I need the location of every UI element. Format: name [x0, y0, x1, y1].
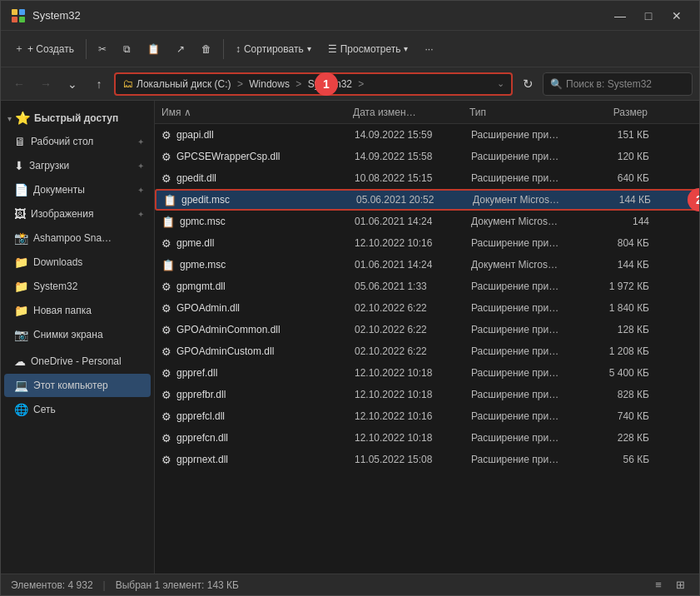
sidebar-item-onedrive[interactable]: ☁ OneDrive - Personal — [4, 350, 151, 373]
dll-icon: ⚙ — [161, 324, 171, 336]
sidebar-item-documents[interactable]: 📄 Документы ✦ — [4, 178, 151, 201]
header-date[interactable]: Дата измен… — [346, 101, 463, 123]
svg-rect-0 — [12, 9, 17, 15]
search-box[interactable]: 🔍 Поиск в: System32 — [543, 72, 693, 96]
window-icon — [11, 8, 26, 23]
toolbar-separator-1 — [86, 39, 87, 59]
table-row[interactable]: ⚙ gpedit.dll 10.08.2022 15:15 Расширение… — [155, 167, 699, 189]
network-icon: 🌐 — [14, 403, 28, 416]
table-row[interactable]: ⚙ gpprefbr.dll 12.10.2022 10:18 Расширен… — [155, 384, 699, 405]
svg-rect-1 — [19, 9, 25, 15]
list-view-button[interactable]: ≡ — [649, 576, 668, 594]
svg-rect-2 — [12, 17, 17, 22]
sidebar-item-system32[interactable]: 📁 System32 — [4, 275, 151, 298]
sidebar-item-ashampoo[interactable]: 📸 Ashampoo Sna… — [4, 226, 151, 250]
onedrive-icon: ☁ — [14, 355, 26, 368]
dll-icon: ⚙ — [161, 151, 171, 163]
refresh-button[interactable]: ↻ — [516, 72, 539, 96]
sort-icon: ↕ — [236, 43, 241, 55]
maximize-button[interactable]: □ — [636, 6, 661, 26]
delete-button[interactable]: 🗑 — [195, 36, 218, 62]
forward-button[interactable]: → — [34, 72, 57, 96]
dll-icon: ⚙ — [161, 367, 171, 380]
msc-icon: 📋 — [163, 194, 176, 206]
table-row[interactable]: ⚙ gpprnext.dll 11.05.2022 15:08 Расширен… — [155, 449, 699, 470]
table-row[interactable]: ⚙ gpprefcn.dll 12.10.2022 10:18 Расширен… — [155, 427, 699, 449]
table-row-selected[interactable]: 📋 gpedit.msc 05.06.2021 20:52 Документ M… — [155, 189, 699, 211]
sidebar-item-desktop[interactable]: 🖥 Рабочий стол ✦ — [4, 130, 151, 153]
table-row[interactable]: ⚙ gpme.dll 12.10.2022 10:16 Расширение п… — [155, 232, 699, 254]
recent-button[interactable]: ⌄ — [61, 72, 84, 96]
sidebar-item-network[interactable]: 🌐 Сеть — [4, 398, 151, 421]
file-name-cell: ⚙ GPOAdminCustom.dll — [156, 345, 348, 358]
toolbar: ＋ + Создать ✂ ⧉ 📋 ↗ 🗑 ↕ Сортировать ▾ ☰ … — [1, 31, 699, 67]
screenshots-icon: 📷 — [14, 328, 28, 341]
this-pc-icon: 💻 — [14, 379, 28, 392]
dll-icon: ⚙ — [161, 454, 171, 466]
table-row[interactable]: ⚙ gpmgmt.dll 05.06.2021 1:33 Расширение … — [155, 276, 699, 297]
window-title: System32 — [32, 9, 608, 22]
table-row[interactable]: ⚙ gppref.dll 12.10.2022 10:18 Расширение… — [155, 362, 699, 384]
sidebar-item-downloads-folder[interactable]: 📁 Downloads — [4, 251, 151, 274]
desktop-icon: 🖥 — [14, 135, 26, 148]
cut-button[interactable]: ✂ — [92, 36, 113, 62]
dll-icon: ⚙ — [161, 281, 171, 293]
sidebar-item-downloads[interactable]: ⬇ Загрузки ✦ — [4, 154, 151, 177]
table-row[interactable]: ⚙ gpprefcl.dll 12.10.2022 10:16 Расширен… — [155, 405, 699, 427]
more-button[interactable]: ··· — [418, 36, 439, 62]
ashampoo-icon: 📸 — [14, 231, 28, 245]
sidebar-item-this-pc[interactable]: 💻 Этот компьютер — [4, 374, 151, 397]
msc-icon: 📋 — [161, 216, 175, 228]
sidebar-item-new-folder[interactable]: 📁 Новая папка — [4, 299, 151, 322]
address-container: 🗂 Локальный диск (С:) > Windows > System… — [114, 72, 513, 96]
main-area: ▾ ⭐ Быстрый доступ 🖥 Рабочий стол ✦ ⬇ За… — [1, 101, 699, 574]
minimize-button[interactable]: — — [608, 6, 633, 26]
file-area: Имя ∧ Дата измен… Тип Размер ⚙ — [155, 101, 699, 574]
file-name-cell: ⚙ gpme.dll — [156, 237, 348, 250]
toolbar-separator-2 — [223, 39, 224, 59]
table-row[interactable]: ⚙ GPCSEWrapperCsp.dll 14.09.2022 15:58 Р… — [155, 146, 699, 167]
downloads-sidebar-icon: ⬇ — [14, 159, 24, 172]
file-name-cell: ⚙ gpmgmt.dll — [156, 281, 348, 293]
file-name-cell: ⚙ gpapi.dll — [156, 129, 348, 142]
header-name[interactable]: Имя ∧ — [155, 101, 346, 123]
paste-button[interactable]: 📋 — [141, 36, 166, 62]
view-label: Просмотреть — [340, 43, 401, 55]
selected-count: Выбран 1 элемент: 143 КБ — [116, 579, 239, 591]
grid-view-button[interactable]: ⊞ — [671, 576, 689, 594]
table-row[interactable]: 📋 gpmc.msc 01.06.2021 14:24 Документ Mic… — [155, 211, 699, 232]
status-bar: Элементов: 4 932 | Выбран 1 элемент: 143… — [1, 574, 699, 595]
table-row[interactable]: ⚙ gpapi.dll 14.09.2022 15:59 Расширение … — [155, 124, 699, 146]
create-button[interactable]: ＋ + Создать — [7, 36, 81, 62]
view-button[interactable]: ☰ Просмотреть ▾ — [321, 36, 415, 62]
quick-access-header[interactable]: ▾ ⭐ Быстрый доступ — [1, 106, 154, 129]
header-type[interactable]: Тип — [463, 101, 588, 123]
sort-asc-icon: ∧ — [184, 107, 191, 118]
search-placeholder: Поиск в: System32 — [566, 78, 652, 90]
dll-icon: ⚙ — [161, 302, 171, 315]
sidebar-item-screenshots[interactable]: 📷 Снимки экрана — [4, 323, 151, 346]
copy-button[interactable]: ⧉ — [117, 36, 137, 62]
address-sep-3: > — [355, 78, 364, 90]
sidebar-item-pictures[interactable]: 🖼 Изображения ✦ — [4, 202, 151, 226]
back-button[interactable]: ← — [7, 72, 31, 96]
share-button[interactable]: ↗ — [170, 36, 191, 62]
address-dropdown-icon: ⌄ — [497, 78, 504, 89]
table-row[interactable]: ⚙ GPOAdmin.dll 02.10.2022 6:22 Расширени… — [155, 297, 699, 319]
file-list-header: Имя ∧ Дата измен… Тип Размер — [155, 101, 699, 124]
status-separator: | — [103, 579, 106, 591]
address-bar[interactable]: 🗂 Локальный диск (С:) > Windows > System… — [114, 72, 513, 96]
sort-button[interactable]: ↕ Сортировать ▾ — [229, 36, 318, 62]
table-row[interactable]: ⚙ GPOAdminCommon.dll 02.10.2022 6:22 Рас… — [155, 319, 699, 340]
up-button[interactable]: ↑ — [87, 72, 111, 96]
table-row[interactable]: ⚙ GPOAdminCustom.dll 02.10.2022 6:22 Рас… — [155, 340, 699, 362]
dll-icon: ⚙ — [161, 237, 171, 250]
file-name-cell: ⚙ gpedit.dll — [156, 172, 348, 185]
sort-label: Сортировать — [244, 43, 304, 55]
file-name-cell: ⚙ GPCSEWrapperCsp.dll — [156, 151, 348, 163]
dll-icon: ⚙ — [161, 172, 171, 185]
address-crumb-2: Windows — [249, 78, 290, 90]
close-button[interactable]: ✕ — [664, 6, 689, 26]
header-size[interactable]: Размер — [588, 101, 654, 123]
table-row[interactable]: 📋 gpme.msc 01.06.2021 14:24 Документ Mic… — [155, 254, 699, 276]
